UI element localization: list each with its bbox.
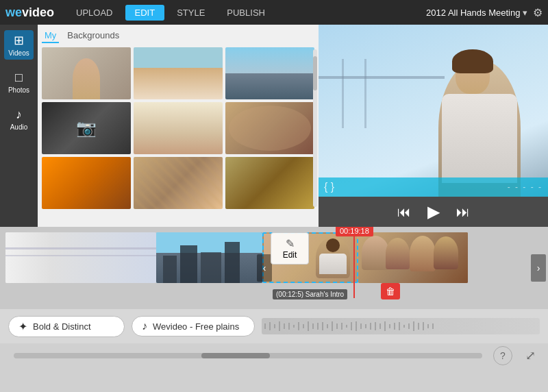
media-grid: 📷 <box>42 47 314 209</box>
timecode-line <box>353 236 355 298</box>
timecode-box: 00:19:18 <box>336 227 373 236</box>
top-navigation: wevideo UPLOAD EDIT STYLE PUBLISH 2012 A… <box>0 0 548 25</box>
media-thumb[interactable] <box>134 47 223 99</box>
media-thumb[interactable] <box>225 47 314 99</box>
tab-my[interactable]: My <box>42 29 59 43</box>
media-thumb[interactable]: 📷 <box>42 102 131 154</box>
play-button[interactable]: ▶ <box>427 202 440 221</box>
nav-publish[interactable]: PUBLISH <box>217 5 275 21</box>
sidebar-item-label: Videos <box>8 49 29 57</box>
timeline-next-button[interactable]: › <box>531 254 546 282</box>
timecode-marker: 00:19:18 <box>336 227 373 298</box>
sidebar-item-audio[interactable]: ♪ Audio <box>6 105 32 134</box>
nav-edit[interactable]: EDIT <box>125 5 165 21</box>
project-title: 2012 All Hands Meeting ▾ <box>426 8 527 18</box>
timeline-clip-city[interactable] <box>156 232 262 283</box>
scrollbar-thumb <box>201 353 270 358</box>
sidebar-item-videos[interactable]: ⊞ Videos <box>4 30 33 60</box>
horizontal-scrollbar[interactable] <box>14 353 482 358</box>
delete-clip-button[interactable]: 🗑 <box>381 283 400 299</box>
preview-video: { } - - - - - <box>319 25 548 197</box>
photo-icon: □ <box>15 71 23 85</box>
media-panel: My Backgrounds 📷 <box>38 25 319 227</box>
media-thumb[interactable] <box>225 157 314 209</box>
bottom-bar: ✦ Bold & Distinct ♪ Wevideo - Free plain… <box>0 309 548 343</box>
timeline-clip-business[interactable] <box>358 232 468 283</box>
nav-upload[interactable]: UPLOAD <box>66 5 122 21</box>
media-thumb[interactable] <box>42 47 131 99</box>
theme-icon: ✦ <box>18 320 27 333</box>
media-tabs: My Backgrounds <box>42 29 314 43</box>
media-scrollbar-thumb <box>313 56 317 90</box>
timeline-area: 00:19:18 <box>0 227 548 309</box>
settings-button[interactable]: ⚙ <box>533 6 543 19</box>
timeline-clip-road[interactable] <box>5 232 156 283</box>
sidebar-item-label: Photos <box>8 86 29 94</box>
sidebar-item-label: Audio <box>10 123 28 131</box>
skip-forward-button[interactable]: ⏭ <box>456 204 470 220</box>
very-bottom: ? ⤢ <box>0 343 548 368</box>
main-area: ⊞ Videos □ Photos ♪ Audio My Backgrounds <box>0 25 548 227</box>
nav-style[interactable]: STYLE <box>167 5 214 21</box>
theme-selector[interactable]: ✦ Bold & Distinct <box>8 316 125 337</box>
bottom-icons: ? ⤢ <box>493 346 540 365</box>
media-thumb[interactable] <box>134 102 223 154</box>
audio-label: Wevideo - Free plains <box>153 321 239 332</box>
preview-dashed-right: - - - - - <box>508 182 543 192</box>
fullscreen-button[interactable]: ⤢ <box>521 346 540 365</box>
tab-backgrounds[interactable]: Backgrounds <box>64 29 122 43</box>
preview-controls: ⏮ ▶ ⏭ <box>319 197 548 227</box>
edit-pencil-icon: ✎ <box>286 237 295 250</box>
media-thumb[interactable] <box>225 102 314 154</box>
preview-overlay-bar: { } - - - - - <box>319 177 548 197</box>
media-thumb[interactable] <box>134 157 223 209</box>
help-button[interactable]: ? <box>493 346 512 365</box>
audio-note-icon: ♪ <box>142 320 147 332</box>
skip-back-button[interactable]: ⏮ <box>397 204 411 220</box>
theme-label: Bold & Distinct <box>33 321 91 332</box>
preview-bracket-left: { } <box>324 181 334 193</box>
audio-selector[interactable]: ♪ Wevideo - Free plains <box>132 316 255 336</box>
media-scrollbar[interactable] <box>313 49 317 207</box>
media-thumb[interactable] <box>42 157 131 209</box>
timeline-prev-button[interactable]: ‹ <box>257 254 272 282</box>
waveform-display <box>262 318 540 334</box>
sidebar: ⊞ Videos □ Photos ♪ Audio <box>0 25 38 227</box>
preview-panel: { } - - - - - ⏮ ▶ ⏭ <box>319 25 548 227</box>
app-logo: wevideo <box>5 5 54 20</box>
sidebar-item-photos[interactable]: □ Photos <box>4 68 34 97</box>
edit-label[interactable]: Edit <box>283 250 297 260</box>
edit-popup: ✎ Edit <box>271 232 309 265</box>
audio-icon: ♪ <box>16 108 22 122</box>
video-icon: ⊞ <box>14 33 24 48</box>
